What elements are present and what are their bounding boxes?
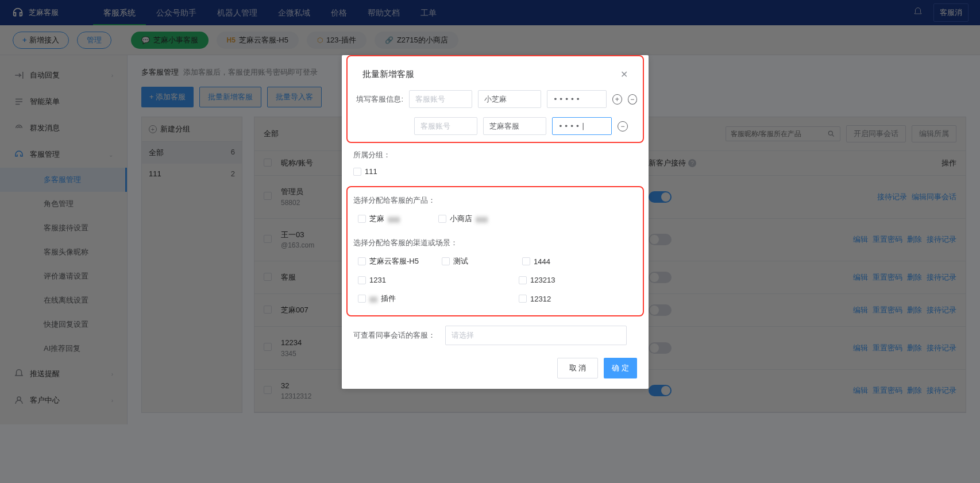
channel-option[interactable]: 1444 <box>522 256 580 266</box>
modal-title: 批量新增客服 <box>362 69 414 80</box>
product-section-label: 选择分配给客服的产品： <box>353 193 637 211</box>
peer-label: 可查看同事会话的客服： <box>353 330 439 341</box>
password-input[interactable] <box>552 117 612 135</box>
add-row-icon[interactable]: + <box>612 94 622 105</box>
channel-option[interactable]: 123213 <box>519 276 576 284</box>
channel-option[interactable]: 芝麻云客服-H5 <box>358 256 419 266</box>
product-option[interactable]: 芝麻▮▮▮ <box>358 214 415 224</box>
channel-option[interactable]: 12312 <box>519 293 576 304</box>
blurred-text: ▮▮▮ <box>388 215 400 223</box>
group-option[interactable]: 111 <box>353 167 411 176</box>
channel-option[interactable]: 测试 <box>442 256 499 266</box>
cancel-button[interactable]: 取 消 <box>557 358 599 378</box>
form-label: 填写客服信息: <box>353 94 403 105</box>
remove-row-icon[interactable]: − <box>628 94 638 105</box>
channel-option[interactable]: ▮▮插件 <box>358 293 415 304</box>
account-input[interactable] <box>409 90 472 108</box>
group-section-label: 所属分组： <box>342 143 649 165</box>
name-input[interactable] <box>483 117 546 135</box>
batch-add-modal: 批量新增客服 ✕ 填写客服信息:+−− 所属分组： 111 选择分配给客服的产品… <box>342 55 649 389</box>
close-icon[interactable]: ✕ <box>620 69 628 80</box>
peer-select[interactable]: 请选择 <box>445 326 627 345</box>
remove-row-icon[interactable]: − <box>618 121 628 132</box>
password-input[interactable] <box>547 90 607 108</box>
channel-section-label: 选择分配给客服的渠道或场景： <box>353 230 637 254</box>
confirm-button[interactable]: 确 定 <box>604 358 637 378</box>
product-option[interactable]: 小商店▮▮▮ <box>438 214 496 224</box>
name-input[interactable] <box>478 90 541 108</box>
channel-option[interactable]: 1231 <box>358 276 415 284</box>
blurred-text: ▮▮ <box>369 295 377 303</box>
blurred-text: ▮▮▮ <box>476 215 488 223</box>
account-input[interactable] <box>414 117 477 135</box>
